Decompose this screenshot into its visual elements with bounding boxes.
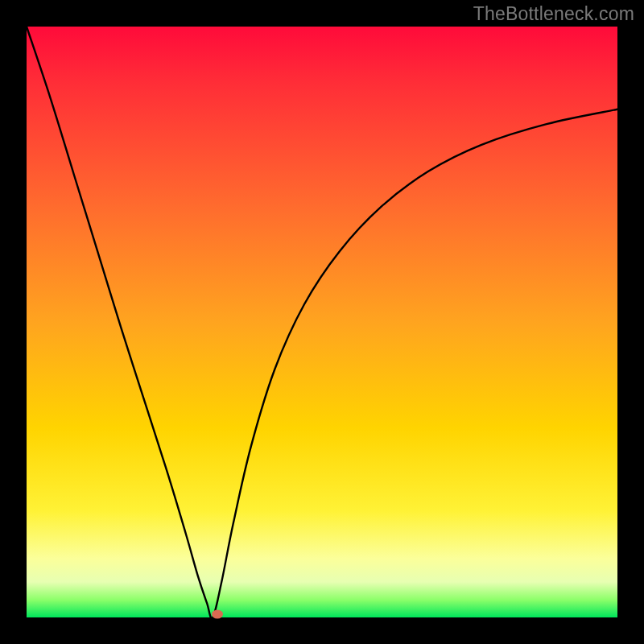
bottleneck-curve xyxy=(27,27,617,617)
curve-path xyxy=(27,27,617,618)
minimum-marker xyxy=(212,609,223,618)
watermark-text: TheBottleneck.com xyxy=(473,3,634,25)
plot-area xyxy=(27,27,617,617)
chart-frame: TheBottleneck.com xyxy=(0,0,644,644)
